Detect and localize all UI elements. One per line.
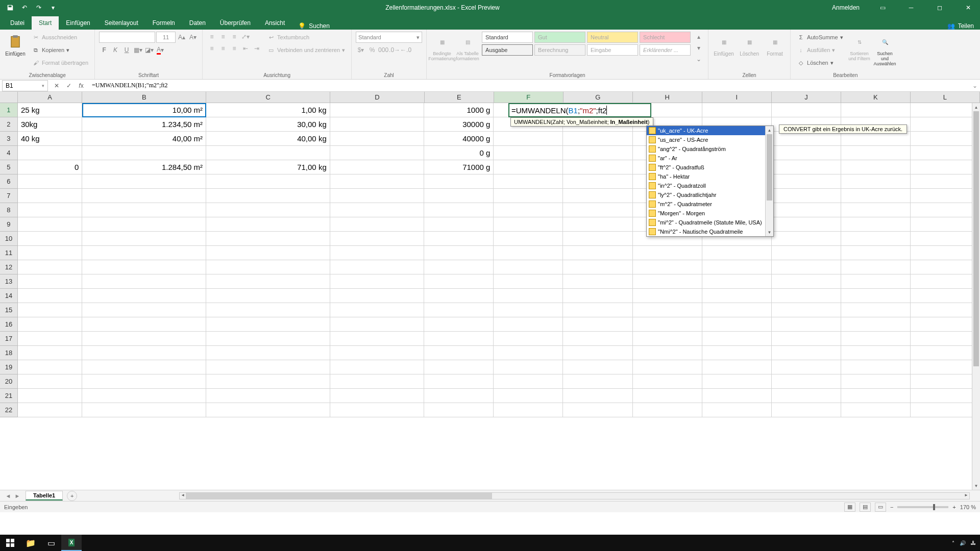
cell-G14[interactable]: [563, 289, 632, 303]
row-header-4[interactable]: 4: [0, 146, 18, 160]
cell-A7[interactable]: [18, 189, 82, 203]
cell-G17[interactable]: [563, 332, 632, 346]
cell-E17[interactable]: [424, 332, 494, 346]
cell-E7[interactable]: [424, 189, 494, 203]
cell-E13[interactable]: [424, 274, 494, 289]
styles-more-icon[interactable]: ⌄: [694, 54, 704, 64]
cell-E8[interactable]: [424, 203, 494, 217]
cell-G15[interactable]: [563, 303, 632, 317]
font-name-input[interactable]: [99, 32, 155, 43]
cell-A16[interactable]: [18, 317, 82, 332]
formula-input[interactable]: [90, 80, 970, 91]
cell-K3[interactable]: [841, 132, 911, 146]
horizontal-scrollbar[interactable]: ◄ ►: [179, 492, 970, 499]
cell-K6[interactable]: [841, 174, 911, 189]
cut-button[interactable]: ✂Ausschneiden: [30, 32, 90, 43]
cell-A6[interactable]: [18, 174, 82, 189]
cell-C8[interactable]: [206, 203, 330, 217]
sheet-tab-active[interactable]: Tabelle1: [26, 491, 63, 500]
cell-H18[interactable]: [633, 346, 702, 360]
cell-F16[interactable]: [494, 317, 563, 332]
row-header-5[interactable]: 5: [0, 160, 18, 174]
cell-K14[interactable]: [841, 289, 911, 303]
cell-G12[interactable]: [563, 260, 632, 274]
cell-F13[interactable]: [494, 274, 563, 289]
autocomplete-item[interactable]: "m^2" - Quadratmeter: [647, 199, 773, 209]
cell-L9[interactable]: [911, 217, 980, 232]
cell-B9[interactable]: [82, 217, 206, 232]
zoom-slider[interactable]: [897, 506, 948, 508]
cell-A8[interactable]: [18, 203, 82, 217]
cell-F9[interactable]: [494, 217, 563, 232]
cell-G20[interactable]: [563, 374, 632, 389]
cell-D9[interactable]: [330, 217, 425, 232]
tell-me-search[interactable]: 💡 Suchen: [298, 22, 330, 30]
cell-L22[interactable]: [911, 403, 980, 417]
cell-K7[interactable]: [841, 189, 911, 203]
cell-B8[interactable]: [82, 203, 206, 217]
styles-up-icon[interactable]: ▴: [694, 32, 704, 42]
cell-C10[interactable]: [206, 232, 330, 246]
cell-F7[interactable]: [494, 189, 563, 203]
cell-C9[interactable]: [206, 217, 330, 232]
cell-F21[interactable]: [494, 389, 563, 403]
cell-C5[interactable]: 71,00 kg: [206, 160, 330, 174]
cell-B6[interactable]: [82, 174, 206, 189]
cell-D14[interactable]: [330, 289, 425, 303]
cell-H15[interactable]: [633, 303, 702, 317]
cell-F12[interactable]: [494, 260, 563, 274]
cell-H19[interactable]: [633, 360, 702, 374]
cell-D21[interactable]: [330, 389, 425, 403]
cell-F3[interactable]: [494, 132, 563, 146]
cell-L20[interactable]: [911, 374, 980, 389]
autocomplete-item[interactable]: "Morgen" - Morgen: [647, 209, 773, 218]
cell-J18[interactable]: [772, 346, 841, 360]
cell-K16[interactable]: [841, 317, 911, 332]
cell-H12[interactable]: [633, 260, 702, 274]
sign-in-link[interactable]: Anmelden: [826, 4, 866, 11]
cell-C16[interactable]: [206, 317, 330, 332]
indent-decrease-icon[interactable]: ⇤: [240, 43, 251, 54]
cell-A22[interactable]: [18, 403, 82, 417]
decrease-font-icon[interactable]: A▾: [188, 32, 198, 42]
cell-F15[interactable]: [494, 303, 563, 317]
cell-E14[interactable]: [424, 289, 494, 303]
cell-J19[interactable]: [772, 360, 841, 374]
column-header-I[interactable]: I: [702, 92, 772, 103]
cell-F14[interactable]: [494, 289, 563, 303]
cell-J16[interactable]: [772, 317, 841, 332]
taskbar-app-icon[interactable]: ▭: [41, 535, 61, 551]
find-select-button[interactable]: 🔍Suchen und Auswählen: [874, 32, 896, 66]
column-header-H[interactable]: H: [633, 92, 702, 103]
cell-A3[interactable]: 40 kg: [18, 132, 82, 146]
cell-L15[interactable]: [911, 303, 980, 317]
cell-K12[interactable]: [841, 260, 911, 274]
cell-B5[interactable]: 1.284,50 m²: [82, 160, 206, 174]
cell-E5[interactable]: 71000 g: [424, 160, 494, 174]
cell-A9[interactable]: [18, 217, 82, 232]
hscroll-left-icon[interactable]: ◄: [180, 493, 186, 497]
cell-C17[interactable]: [206, 332, 330, 346]
cell-E16[interactable]: [424, 317, 494, 332]
autocomplete-item[interactable]: "uk_acre" - UK-Acre: [647, 126, 773, 135]
style-schlecht[interactable]: Schlecht: [640, 32, 691, 43]
clear-button[interactable]: ◇Löschen ▾: [795, 57, 845, 68]
border-button[interactable]: ▦▾: [133, 45, 143, 55]
spreadsheet-grid[interactable]: ABCDEFGHIJKL 125 kg10,00 m²1,00 kg1000 g…: [0, 92, 980, 490]
cell-D6[interactable]: [330, 174, 425, 189]
cell-K13[interactable]: [841, 274, 911, 289]
autocomplete-item[interactable]: "in^2" - Quadratzoll: [647, 181, 773, 190]
align-bottom-icon[interactable]: ≡: [229, 32, 239, 42]
cell-A1[interactable]: 25 kg: [18, 103, 82, 117]
cell-I14[interactable]: [702, 289, 772, 303]
hscroll-thumb[interactable]: [186, 493, 492, 499]
row-header-22[interactable]: 22: [0, 403, 18, 417]
cell-D20[interactable]: [330, 374, 425, 389]
cell-B15[interactable]: [82, 303, 206, 317]
cell-L4[interactable]: [911, 146, 980, 160]
cell-C12[interactable]: [206, 260, 330, 274]
row-header-1[interactable]: 1: [0, 103, 18, 117]
copy-button[interactable]: ⧉Kopieren ▾: [30, 44, 90, 56]
cell-H16[interactable]: [633, 317, 702, 332]
cell-A21[interactable]: [18, 389, 82, 403]
